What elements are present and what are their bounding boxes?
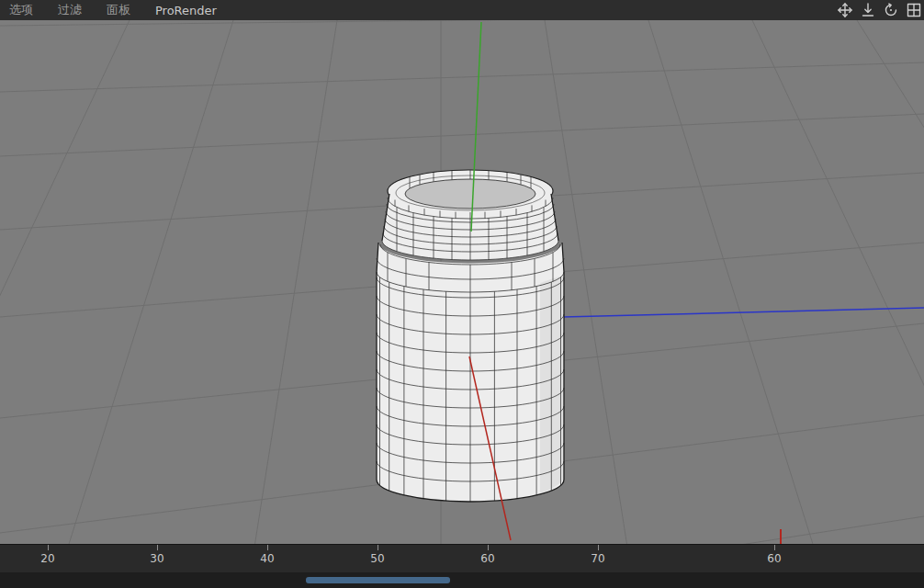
- zoom-icon[interactable]: [860, 2, 876, 18]
- menu-item-panel[interactable]: 面板: [107, 2, 130, 18]
- ruler-label: 20: [40, 552, 54, 565]
- menu-item-filter[interactable]: 过滤: [58, 2, 82, 18]
- toggle-view-icon[interactable]: [906, 2, 922, 18]
- application-window: 选项 过滤 面板 ProRender: [0, 0, 924, 588]
- viewport-3d[interactable]: [0, 0, 924, 588]
- ruler-label: 50: [370, 552, 384, 565]
- menu-item-options[interactable]: 选项: [9, 2, 33, 18]
- viewport-nav-controls: [837, 0, 922, 20]
- ruler-label: 40: [260, 552, 274, 565]
- ruler-tick: [377, 545, 378, 550]
- ruler-tick: [488, 545, 489, 550]
- ruler-label: 60: [480, 552, 494, 565]
- ruler-tick: [774, 545, 775, 550]
- ruler-tick: [48, 545, 49, 550]
- ruler-label: 70: [591, 552, 604, 565]
- ruler-tick: [598, 545, 599, 550]
- timeline-scroll-strip[interactable]: [0, 572, 924, 588]
- ruler-tick: [267, 545, 268, 550]
- timeline-playhead[interactable]: [780, 529, 782, 544]
- bottle-model[interactable]: [377, 170, 564, 502]
- viewport-menubar: 选项 过滤 面板 ProRender: [0, 0, 924, 20]
- pan-icon[interactable]: [837, 2, 853, 18]
- timeline-ruler[interactable]: 20 30 40 50 60 70 60: [0, 544, 924, 572]
- ruler-tick: [157, 545, 158, 550]
- ruler-label: 30: [150, 552, 163, 565]
- ruler-label: 60: [767, 552, 781, 565]
- preview-range-bar[interactable]: [306, 577, 450, 583]
- menu-item-prorender[interactable]: ProRender: [155, 4, 217, 17]
- rotate-icon[interactable]: [883, 2, 899, 18]
- axis-z-line: [563, 308, 924, 317]
